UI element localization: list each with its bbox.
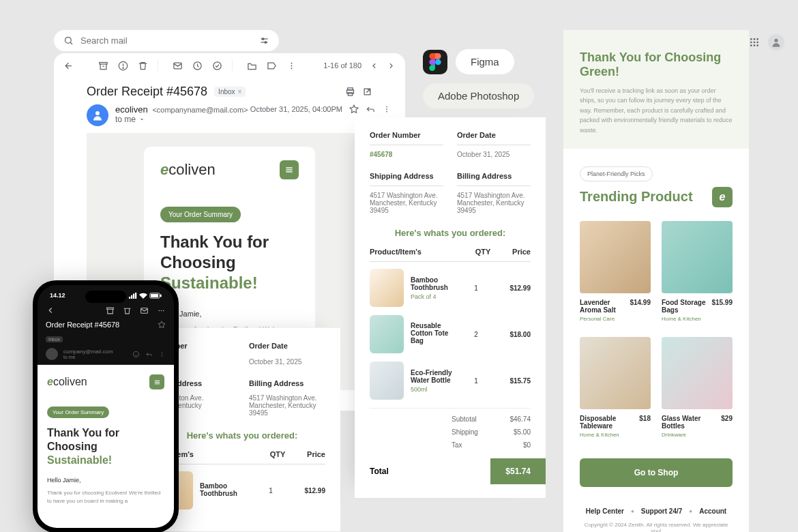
search-input[interactable] bbox=[80, 35, 252, 46]
thanks-title: Thank You for Choosing Green! bbox=[580, 50, 733, 79]
product-category: Home & Kitchen bbox=[662, 316, 733, 322]
search-bar bbox=[54, 30, 279, 51]
detail-panel: Order Number #45678 Order Date October 3… bbox=[355, 117, 546, 498]
star-icon[interactable] bbox=[349, 104, 359, 114]
more-icon[interactable] bbox=[286, 61, 297, 71]
product-card[interactable]: Lavender Aroma Salt$14.99 Personal Care bbox=[580, 221, 651, 322]
search-icon bbox=[63, 35, 74, 46]
reply-icon[interactable] bbox=[145, 351, 153, 358]
email-date: October 31, 2025, 04:00PM bbox=[250, 105, 342, 113]
apps-icon[interactable] bbox=[749, 37, 760, 48]
mail-icon[interactable] bbox=[173, 61, 183, 71]
col-price-header: Price bbox=[497, 248, 531, 256]
product-name: Reusable Cotton Tote Bag bbox=[411, 322, 456, 344]
emoji-icon[interactable] bbox=[132, 351, 140, 358]
phone-sender: company@mail.com bbox=[63, 349, 127, 355]
star-icon[interactable] bbox=[158, 321, 166, 329]
svg-rect-41 bbox=[131, 295, 132, 298]
product-card[interactable]: Food Storage Bags$15.99 Home & Kitchen bbox=[662, 221, 733, 322]
svg-point-26 bbox=[291, 62, 293, 63]
to-label: to me bbox=[115, 115, 136, 124]
delete-icon[interactable] bbox=[123, 306, 132, 315]
shipping-label: Shipping bbox=[452, 428, 478, 436]
product-card[interactable]: Glass Water Bottles$29 Drinkware bbox=[662, 337, 733, 438]
prev-icon[interactable] bbox=[370, 61, 379, 70]
reply-icon[interactable] bbox=[366, 104, 375, 114]
shipping-value: $5.00 bbox=[514, 428, 531, 436]
move-icon[interactable] bbox=[247, 61, 257, 71]
bill-addr: 4517 Washington Ave.Manchester, Kentucky… bbox=[457, 192, 531, 214]
svg-point-15 bbox=[750, 44, 752, 46]
label-icon[interactable] bbox=[267, 61, 277, 71]
svg-point-52 bbox=[133, 351, 138, 357]
product-qty: 2 bbox=[462, 331, 490, 338]
product-qty: 1 bbox=[257, 487, 284, 494]
tax-value: $0 bbox=[523, 441, 531, 449]
more-icon[interactable] bbox=[157, 306, 166, 315]
ordered-heading: Here's whats you ordered: bbox=[159, 430, 325, 441]
product-name: Eco-Friendly Water Bottle bbox=[411, 369, 456, 384]
product-price: $12.99 bbox=[497, 284, 531, 292]
product-card[interactable]: Disposable Tableware$18 Home & Kitchen bbox=[580, 337, 651, 438]
col-qty-header: QTY bbox=[469, 248, 497, 256]
hero-title: Thank You for Choosing Sustainable! bbox=[160, 232, 299, 293]
help-link[interactable]: Help Center bbox=[586, 507, 624, 515]
account-link[interactable]: Account bbox=[699, 507, 726, 515]
back-icon[interactable] bbox=[46, 306, 55, 315]
svg-rect-45 bbox=[151, 294, 158, 297]
tune-icon[interactable] bbox=[259, 35, 269, 46]
brand-badge: e bbox=[712, 187, 733, 207]
inbox-chip[interactable]: Inbox × bbox=[214, 87, 246, 97]
pagination: 1-16 of 180 bbox=[323, 61, 361, 70]
svg-point-13 bbox=[754, 42, 756, 44]
product-name: Bamboo Toothbrush bbox=[411, 276, 456, 291]
product-name: Bamboo Toothbrush bbox=[200, 482, 250, 497]
order-date-label: Order Date bbox=[457, 131, 531, 145]
more-icon[interactable] bbox=[158, 351, 166, 358]
product-qty: 1 bbox=[462, 377, 490, 385]
go-to-shop-button[interactable]: Go to Shop bbox=[580, 458, 733, 487]
svg-point-33 bbox=[95, 111, 100, 115]
product-image bbox=[662, 221, 733, 293]
product-sub: Pack of 4 bbox=[411, 293, 456, 300]
archive-icon[interactable] bbox=[106, 306, 115, 315]
svg-rect-43 bbox=[135, 293, 136, 299]
account-avatar[interactable] bbox=[768, 34, 784, 50]
product-row: Reusable Cotton Tote Bag 2 $18.00 bbox=[370, 315, 531, 353]
col-price-header: Price bbox=[291, 450, 325, 458]
support-link[interactable]: Support 24/7 bbox=[641, 507, 683, 515]
gmail-toolbar: 1-16 of 180 bbox=[54, 53, 405, 78]
greeting: Hello Jamie, bbox=[160, 310, 299, 318]
svg-point-53 bbox=[162, 352, 162, 353]
svg-line-1 bbox=[70, 42, 72, 44]
bill-label: Billing Address bbox=[249, 379, 325, 387]
subtotal-label: Subtotal bbox=[452, 415, 477, 423]
svg-point-16 bbox=[754, 44, 756, 46]
archive-icon[interactable] bbox=[98, 61, 108, 71]
delete-icon[interactable] bbox=[138, 61, 148, 71]
product-sub: 500ml bbox=[411, 386, 456, 393]
print-icon[interactable] bbox=[345, 87, 355, 97]
product-category: Drinkware bbox=[662, 432, 733, 438]
subject-row: Order Receipt #45678 Inbox × bbox=[54, 78, 405, 102]
product-price: $15.75 bbox=[497, 377, 531, 385]
order-date-label: Order Date bbox=[249, 342, 325, 350]
mail-icon[interactable] bbox=[140, 306, 149, 315]
task-icon[interactable] bbox=[212, 61, 222, 71]
spam-icon[interactable] bbox=[118, 61, 128, 71]
product-image bbox=[580, 337, 651, 409]
phone-menu-button[interactable] bbox=[149, 374, 164, 389]
snooze-icon[interactable] bbox=[192, 61, 203, 71]
sender-email: <companyname@mail.com> bbox=[152, 106, 248, 114]
svg-point-4 bbox=[262, 38, 264, 40]
menu-button[interactable] bbox=[280, 160, 299, 179]
next-icon[interactable] bbox=[387, 61, 396, 70]
more-icon[interactable] bbox=[382, 104, 391, 114]
back-icon[interactable] bbox=[63, 61, 74, 71]
svg-point-5 bbox=[265, 42, 267, 44]
order-date-value: October 31, 2025 bbox=[249, 358, 325, 366]
product-row: Eco-Friendly Water Bottle 500ml 1 $15.75 bbox=[370, 361, 531, 400]
product-price: $14.99 bbox=[630, 299, 651, 314]
phone-time: 14.12 bbox=[50, 292, 65, 299]
popout-icon[interactable] bbox=[362, 87, 372, 97]
